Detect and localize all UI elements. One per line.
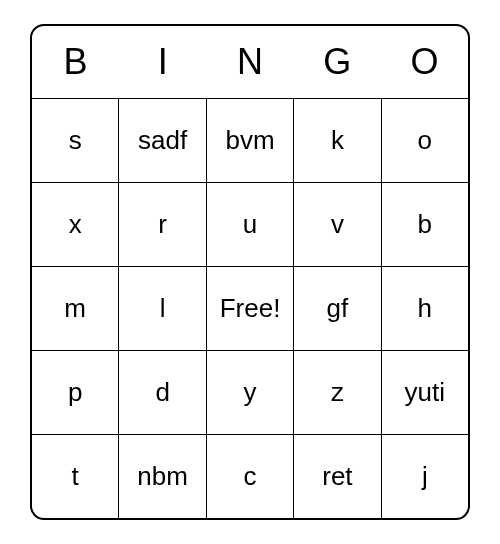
bingo-cell[interactable]: yuti	[381, 350, 468, 434]
bingo-cell[interactable]: gf	[293, 266, 380, 350]
bingo-cell[interactable]: j	[381, 434, 468, 518]
bingo-cell[interactable]: d	[118, 350, 205, 434]
bingo-row: t nbm c ret j	[32, 434, 468, 518]
bingo-cell[interactable]: o	[381, 98, 468, 182]
bingo-cell[interactable]: sadf	[118, 98, 205, 182]
bingo-cell[interactable]: p	[32, 350, 118, 434]
bingo-row: p d y z yuti	[32, 350, 468, 434]
bingo-cell[interactable]: k	[293, 98, 380, 182]
bingo-cell[interactable]: y	[206, 350, 293, 434]
bingo-cell[interactable]: s	[32, 98, 118, 182]
bingo-row: s sadf bvm k o	[32, 98, 468, 182]
bingo-free-cell[interactable]: Free!	[206, 266, 293, 350]
bingo-row: m l Free! gf h	[32, 266, 468, 350]
bingo-cell[interactable]: bvm	[206, 98, 293, 182]
bingo-cell[interactable]: x	[32, 182, 118, 266]
bingo-header-row: B I N G O	[32, 26, 468, 98]
bingo-cell[interactable]: ret	[293, 434, 380, 518]
header-n: N	[206, 26, 293, 98]
bingo-cell[interactable]: m	[32, 266, 118, 350]
bingo-cell[interactable]: b	[381, 182, 468, 266]
bingo-cell[interactable]: l	[118, 266, 205, 350]
bingo-cell[interactable]: z	[293, 350, 380, 434]
bingo-cell[interactable]: r	[118, 182, 205, 266]
bingo-cell[interactable]: h	[381, 266, 468, 350]
bingo-grid: s sadf bvm k o x r u v b m l Free! gf h …	[32, 98, 468, 518]
header-i: I	[119, 26, 206, 98]
header-g: G	[294, 26, 381, 98]
bingo-cell[interactable]: u	[206, 182, 293, 266]
header-o: O	[381, 26, 468, 98]
bingo-cell[interactable]: t	[32, 434, 118, 518]
bingo-cell[interactable]: c	[206, 434, 293, 518]
bingo-cell[interactable]: v	[293, 182, 380, 266]
bingo-cell[interactable]: nbm	[118, 434, 205, 518]
bingo-card: B I N G O s sadf bvm k o x r u v b m l F…	[30, 24, 470, 520]
header-b: B	[32, 26, 119, 98]
bingo-row: x r u v b	[32, 182, 468, 266]
